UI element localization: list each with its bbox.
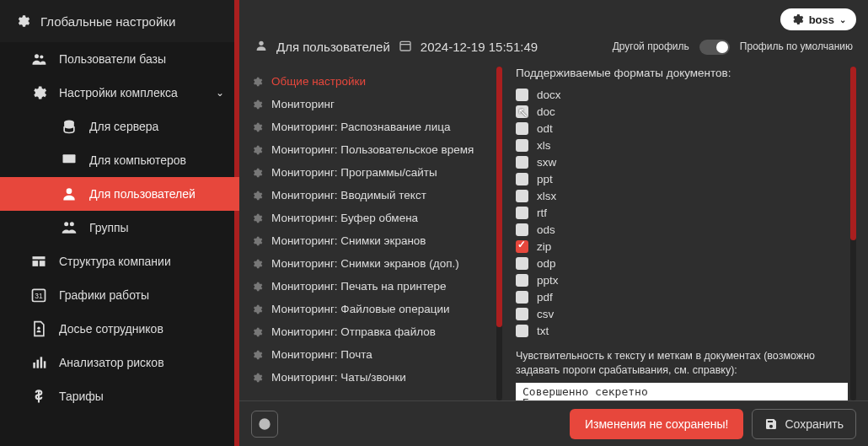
svg-rect-8 (33, 261, 39, 266)
format-checkbox-txt[interactable] (516, 325, 528, 337)
gear-icon (251, 144, 263, 156)
settings-item-6[interactable]: Мониторинг: Буфер обмена (248, 207, 492, 229)
format-checkbox-sxw[interactable] (516, 156, 528, 169)
sidebar-icon (30, 355, 47, 370)
settings-list: Общие настройкиМониторингМониторинг: Рас… (243, 67, 502, 400)
settings-item-label: Мониторинг: Отправка файлов (271, 325, 436, 338)
sensitivity-textarea[interactable]: Совершенно секретно Бухгалтерия предприя… (516, 383, 848, 400)
format-row-csv: csv (516, 305, 848, 322)
page-subtitle: Для пользователей (276, 40, 390, 54)
sidebar-item-label: Тарифы (59, 390, 104, 403)
format-label: doc (537, 105, 555, 118)
gear-icon (251, 326, 263, 338)
settings-gear-icon (790, 13, 804, 26)
svg-point-12 (37, 327, 40, 330)
formats-title: Поддерживаемые форматы документов: (516, 67, 848, 79)
settings-item-11[interactable]: Мониторинг: Отправка файлов (248, 320, 492, 343)
sidebar-item-10[interactable]: Тарифы (0, 379, 239, 413)
gear-icon (251, 372, 263, 384)
profile-toggle[interactable] (699, 40, 730, 55)
sidebar-header: Глобальные настройки (0, 0, 239, 42)
settings-item-3[interactable]: Мониторинг: Пользовательское время (248, 138, 492, 161)
chevron-down-icon: ⌄ (839, 15, 846, 24)
format-checkbox-ods[interactable] (516, 223, 528, 236)
gear-icon (251, 190, 263, 202)
settings-item-label: Мониторинг: Файловые операции (271, 303, 450, 315)
format-row-xlsx: xlsx (516, 187, 848, 204)
sidebar-item-9[interactable]: Анализатор рисков (0, 346, 239, 379)
sidebar-icon (30, 51, 47, 67)
save-button[interactable]: Сохранить (752, 409, 856, 439)
gear-icon (15, 13, 30, 29)
format-row-odp: odp (516, 255, 848, 271)
format-label: pdf (537, 291, 553, 304)
sidebar-item-0[interactable]: Пользователи базы (0, 42, 239, 76)
unsaved-warning[interactable]: Изменения не сохранены! (570, 409, 743, 439)
sidebar-item-3[interactable]: Для компьютеров (0, 143, 239, 177)
settings-item-0[interactable]: Общие настройки (248, 70, 492, 93)
sidebar-item-6[interactable]: Структура компании (0, 244, 239, 278)
svg-rect-16 (44, 361, 46, 368)
svg-point-17 (259, 41, 263, 46)
format-row-xls: xls (516, 137, 848, 153)
svg-text:31: 31 (35, 292, 43, 300)
settings-item-12[interactable]: Мониторинг: Почта (248, 343, 492, 366)
sidebar-item-label: Графики работы (59, 288, 149, 302)
format-label: xls (537, 139, 551, 152)
user-icon (255, 39, 268, 55)
sidebar-item-label: Анализатор рисков (59, 356, 164, 369)
user-menu[interactable]: boss ⌄ (780, 8, 856, 30)
list-scrollbar[interactable] (496, 67, 502, 400)
format-checkbox-csv[interactable] (516, 308, 528, 320)
chevron-down-icon: ⌄ (216, 87, 224, 99)
svg-rect-18 (400, 41, 410, 51)
form-scrollbar[interactable] (850, 67, 856, 400)
settings-item-label: Мониторинг: Буфер обмена (271, 212, 418, 224)
gear-icon (251, 258, 263, 270)
format-checkbox-xls[interactable] (516, 139, 528, 152)
settings-item-5[interactable]: Мониторинг: Вводимый текст (248, 184, 492, 207)
sidebar: Глобальные настройки Пользователи базыНа… (0, 0, 239, 446)
settings-item-9[interactable]: Мониторинг: Печать на принтере (248, 275, 492, 298)
sidebar-item-label: Для сервера (89, 120, 158, 133)
settings-item-7[interactable]: Мониторинг: Снимки экранов (248, 229, 492, 252)
sidebar-icon (61, 186, 78, 202)
format-label: sxw (537, 156, 556, 169)
sidebar-icon (61, 119, 78, 134)
format-checkbox-docx[interactable] (516, 89, 528, 101)
gear-icon (251, 212, 263, 224)
sidebar-title: Глобальные настройки (40, 14, 175, 29)
settings-item-13[interactable]: Мониторинг: Чаты/звонки (248, 366, 492, 389)
settings-item-4[interactable]: Мониторинг: Программы/сайты (248, 161, 492, 184)
sidebar-item-7[interactable]: 31Графики работы (0, 278, 239, 312)
format-checkbox-rtf[interactable] (516, 207, 528, 219)
format-row-txt: txt (516, 322, 848, 339)
sidebar-item-8[interactable]: Досье сотрудников (0, 312, 239, 346)
settings-item-1[interactable]: Мониторинг (248, 93, 492, 116)
gear-icon (251, 167, 263, 179)
profile-left-label: Другой профиль (613, 41, 689, 53)
format-checkbox-pptx[interactable] (516, 274, 528, 287)
settings-item-10[interactable]: Мониторинг: Файловые операции (248, 298, 492, 320)
format-checkbox-odp[interactable] (516, 257, 528, 270)
format-checkbox-odt[interactable] (516, 122, 528, 135)
sidebar-item-5[interactable]: Группы (0, 211, 239, 244)
format-checkbox-ppt[interactable] (516, 173, 528, 185)
format-label: zip (537, 240, 551, 253)
format-label: odp (537, 257, 556, 270)
settings-item-2[interactable]: Мониторинг: Распознавание лица (248, 116, 492, 138)
format-checkbox-xlsx[interactable] (516, 190, 528, 202)
sidebar-item-1[interactable]: Настройки комплекса⌄ (0, 76, 239, 110)
format-row-odt: odt (516, 120, 848, 137)
help-button[interactable] (251, 411, 278, 438)
format-checkbox-doc[interactable] (516, 105, 528, 118)
sidebar-item-2[interactable]: Для сервера (0, 110, 239, 143)
format-checkbox-zip[interactable] (516, 240, 528, 253)
format-row-pptx: pptx (516, 271, 848, 288)
format-label: pptx (537, 274, 559, 287)
format-label: ppt (537, 173, 553, 185)
settings-item-8[interactable]: Мониторинг: Снимки экранов (доп.) (248, 252, 492, 275)
page-datetime: 2024-12-19 15:51:49 (421, 40, 538, 54)
sidebar-item-4[interactable]: Для пользователей (0, 177, 239, 211)
format-checkbox-pdf[interactable] (516, 291, 528, 304)
